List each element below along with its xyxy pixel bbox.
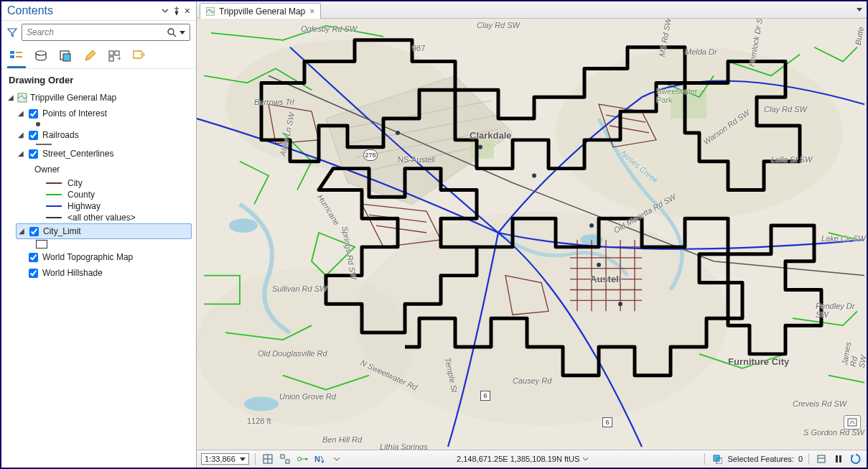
place-label: Lithia Springs bbox=[380, 442, 428, 450]
elevation-label: 1128 ft bbox=[247, 417, 271, 425]
search-dropdown-icon[interactable] bbox=[179, 31, 185, 34]
list-by-drawing-order-icon[interactable] bbox=[9, 48, 24, 64]
line-symbol-icon bbox=[46, 205, 62, 207]
layer-visibility-checkbox[interactable] bbox=[29, 227, 39, 236]
road-label: Sullivan Rd SW bbox=[272, 284, 327, 293]
road-label: Lolla St SW bbox=[771, 155, 812, 164]
legend-city: City bbox=[26, 177, 192, 189]
place-label: Austell bbox=[590, 274, 621, 284]
line-symbol-icon bbox=[46, 194, 62, 195]
search-box[interactable] bbox=[22, 24, 190, 41]
highway-shield: 278 bbox=[363, 149, 378, 161]
coordinates-readout: 2,148,671.25E 1,385,108.19N ftUS bbox=[347, 455, 699, 463]
road-label: Burrows Trl bbox=[254, 98, 294, 106]
filter-icon[interactable] bbox=[7, 27, 17, 37]
road-label: Ben Hill Rd bbox=[322, 435, 362, 444]
dropdown-icon[interactable] bbox=[162, 7, 169, 14]
legend-other: <all other values> bbox=[26, 212, 192, 223]
snapping-grid-icon[interactable] bbox=[261, 452, 274, 465]
svg-point-43 bbox=[297, 458, 301, 461]
selection-icon[interactable] bbox=[711, 452, 724, 465]
legend-label: City bbox=[67, 178, 83, 188]
map-tab[interactable]: Trippville General Map × bbox=[200, 3, 321, 19]
layer-visibility-checkbox[interactable] bbox=[29, 269, 38, 278]
layer-label: Street_Centerlines bbox=[42, 147, 113, 160]
scale-selector[interactable]: 1:33,866 bbox=[201, 453, 249, 465]
layer-visibility-checkbox[interactable] bbox=[29, 149, 38, 159]
svg-rect-41 bbox=[281, 455, 284, 458]
collapse-icon[interactable]: ◢ bbox=[17, 147, 24, 160]
highway-shield: 6 bbox=[602, 417, 612, 427]
point-symbol-icon bbox=[36, 122, 40, 126]
layer-tree: ◢ Trippville General Map ◢ Points of Int… bbox=[1, 90, 196, 468]
chevron-down-icon[interactable] bbox=[330, 452, 343, 465]
layer-railroads[interactable]: ◢ Railroads bbox=[16, 127, 192, 143]
list-by-labeling-icon[interactable] bbox=[131, 48, 146, 64]
search-input[interactable] bbox=[27, 27, 167, 37]
catalog-icon[interactable] bbox=[815, 452, 828, 465]
legend-county: County bbox=[26, 189, 192, 200]
tab-close-icon[interactable]: × bbox=[309, 6, 314, 17]
chevron-down-icon[interactable] bbox=[582, 456, 589, 463]
svg-point-0 bbox=[168, 29, 174, 34]
navigator-button[interactable] bbox=[844, 415, 861, 429]
contents-panel: Contents × bbox=[1, 1, 197, 468]
corrections-icon[interactable]: N bbox=[313, 452, 326, 465]
collapse-icon[interactable]: ◢ bbox=[17, 129, 24, 141]
selected-features-label: Selected Features: bbox=[728, 455, 794, 463]
close-icon[interactable]: × bbox=[185, 5, 190, 17]
layer-points-of-interest[interactable]: ◢ Points of Interest bbox=[16, 106, 192, 121]
list-by-source-icon[interactable] bbox=[33, 48, 49, 64]
selected-features-count: 0 bbox=[798, 455, 803, 463]
svg-point-6 bbox=[36, 51, 46, 55]
tabbar-dropdown-icon[interactable] bbox=[857, 8, 862, 11]
park-label: Sweetwater Park bbox=[656, 87, 706, 104]
list-by-editing-icon[interactable] bbox=[82, 48, 98, 64]
svg-point-45 bbox=[305, 458, 307, 460]
road-label: Creveis Rd SW bbox=[793, 399, 846, 408]
collapse-icon[interactable]: ◢ bbox=[18, 225, 25, 238]
list-by-snapping-icon[interactable]: + bbox=[106, 48, 122, 64]
layer-label: City_Limit bbox=[43, 225, 81, 238]
place-label: Clarkdale bbox=[470, 130, 512, 141]
collapse-icon[interactable]: ◢ bbox=[7, 91, 14, 104]
layer-world-hillshade[interactable]: ◢ World Hillshade bbox=[16, 265, 192, 281]
contents-title: Contents bbox=[7, 4, 53, 17]
map-view[interactable]: Clarkdale Austell Furniture City Sweetwa… bbox=[197, 19, 867, 450]
snapping-icon[interactable] bbox=[279, 452, 291, 465]
map-root-label: Trippville General Map bbox=[30, 91, 116, 104]
contents-header: Contents × bbox=[1, 1, 196, 21]
dynamic-constraints-icon[interactable] bbox=[296, 452, 309, 465]
layer-street-centerlines[interactable]: ◢ Street_Centerlines bbox=[16, 146, 192, 162]
map-root-node[interactable]: ◢ Trippville General Map bbox=[6, 90, 192, 106]
map-tabbar: Trippville General Map × bbox=[197, 1, 867, 19]
chevron-down-icon[interactable] bbox=[240, 458, 246, 461]
collapse-icon[interactable]: ◢ bbox=[17, 107, 24, 120]
road-label: Causey Rd bbox=[513, 376, 551, 385]
rail-symbol-icon bbox=[36, 144, 52, 145]
road-label: Pendley Dr SW bbox=[816, 302, 867, 319]
svg-rect-11 bbox=[109, 57, 113, 61]
pin-icon[interactable] bbox=[173, 6, 180, 15]
layer-visibility-checkbox[interactable] bbox=[29, 253, 38, 262]
road-label: Union Grove Rd bbox=[279, 392, 336, 401]
svg-text:+: + bbox=[117, 54, 121, 62]
layer-world-topographic[interactable]: ◢ World Topographic Map bbox=[16, 249, 192, 265]
road-label: Melda Dr bbox=[685, 47, 717, 56]
legend-label: Highway bbox=[67, 201, 101, 211]
refresh-icon[interactable] bbox=[849, 452, 862, 465]
status-bar: 1:33,866 N 2,148,671.25E 1,385,108.19N f… bbox=[197, 450, 867, 468]
pause-drawing-icon[interactable] bbox=[832, 452, 845, 465]
search-icon[interactable] bbox=[167, 28, 177, 37]
highway-shield: 6 bbox=[480, 391, 490, 401]
layer-city-limit[interactable]: ◢ City_Limit bbox=[16, 223, 192, 239]
layer-visibility-checkbox[interactable] bbox=[29, 131, 38, 140]
road-label: Oglesby Rd SW bbox=[301, 24, 357, 33]
road-label: Lake Cir SW bbox=[821, 234, 866, 243]
tab-label: Trippville General Map bbox=[219, 6, 305, 17]
legend-label: <all other values> bbox=[67, 213, 136, 223]
road-label: James Rd SW bbox=[840, 341, 867, 369]
layer-visibility-checkbox[interactable] bbox=[29, 109, 38, 119]
svg-rect-9 bbox=[109, 51, 113, 55]
list-by-selection-icon[interactable] bbox=[57, 48, 73, 64]
